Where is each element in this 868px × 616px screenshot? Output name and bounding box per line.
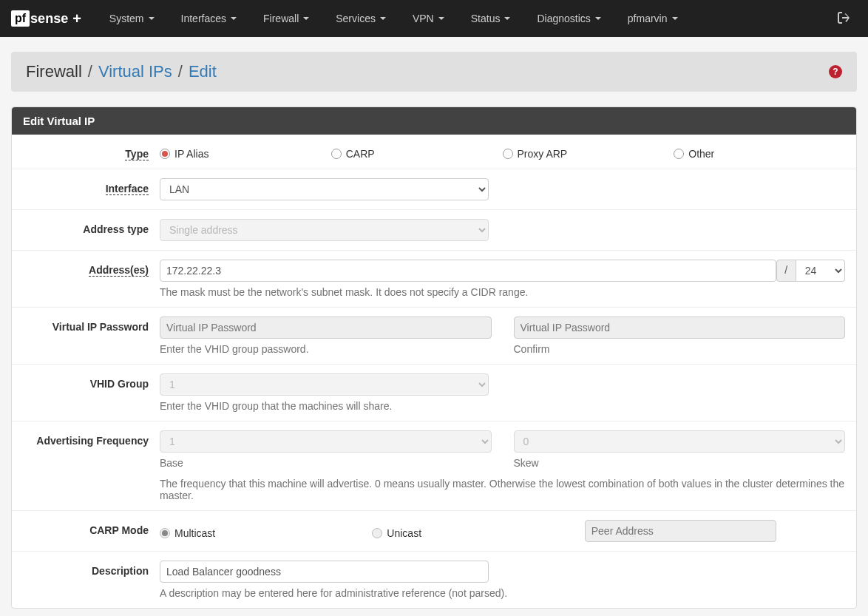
vip-password-confirm-input xyxy=(514,317,846,339)
caret-icon xyxy=(380,17,386,20)
radio-multicast: Multicast xyxy=(160,523,372,539)
radio-proxy-arp[interactable]: Proxy ARP xyxy=(503,143,674,160)
interface-select[interactable]: LAN xyxy=(160,178,489,200)
caret-icon xyxy=(149,17,155,20)
nav-services[interactable]: Services xyxy=(322,1,399,35)
radio-icon xyxy=(331,149,342,159)
logo-sense-text: sense xyxy=(30,11,68,27)
breadcrumb-edit[interactable]: Edit xyxy=(189,62,217,81)
breadcrumb-virtual-ips[interactable]: Virtual IPs xyxy=(98,62,172,81)
adv-freq-help: The frequency that this machine will adv… xyxy=(160,478,845,501)
label-vip-password: Virtual IP Password xyxy=(23,317,160,333)
address-input[interactable] xyxy=(160,260,776,282)
cidr-slash: / xyxy=(776,260,796,282)
caret-icon xyxy=(438,17,444,20)
caret-icon xyxy=(672,17,678,20)
vhid-help: Enter the VHID group that the machines w… xyxy=(160,400,845,412)
adv-freq-skew-select: 0 xyxy=(514,430,846,453)
breadcrumb-sep: / xyxy=(88,62,92,81)
description-help: A description may be entered here for ad… xyxy=(160,587,845,599)
radio-icon xyxy=(160,528,170,538)
nav-vpn[interactable]: VPN xyxy=(399,1,458,35)
breadcrumb: Firewall / Virtual IPs / Edit xyxy=(26,62,217,81)
breadcrumb-sep: / xyxy=(178,62,183,81)
caret-icon xyxy=(303,17,309,20)
label-addresses: Address(es) xyxy=(23,260,160,276)
logo[interactable]: pf sense + xyxy=(11,10,81,27)
vhid-group-select: 1 xyxy=(160,373,489,396)
help-icon[interactable]: ? xyxy=(829,65,842,78)
nav-firewall[interactable]: Firewall xyxy=(250,1,322,35)
logout-button[interactable] xyxy=(830,12,857,26)
edit-virtual-ip-panel: Edit Virtual IP Type IP Alias CARP Proxy… xyxy=(11,106,857,609)
radio-icon xyxy=(503,149,513,159)
radio-icon xyxy=(372,528,382,538)
adv-freq-base-label: Base xyxy=(160,457,492,469)
logo-plus: + xyxy=(72,10,81,27)
caret-icon xyxy=(231,17,237,20)
label-vhid-group: VHID Group xyxy=(23,373,160,390)
addresses-help: The mask must be the network's subnet ma… xyxy=(160,286,845,298)
label-interface: Interface xyxy=(23,178,160,194)
nav-menu: System Interfaces Firewall Services VPN … xyxy=(96,1,830,35)
radio-icon xyxy=(160,149,170,159)
label-carp-mode: CARP Mode xyxy=(23,520,160,536)
nav-user[interactable]: pfmarvin xyxy=(614,1,691,35)
radio-unicast: Unicast xyxy=(372,523,584,539)
address-type-select: Single address xyxy=(160,219,489,241)
panel-title: Edit Virtual IP xyxy=(12,107,856,135)
breadcrumb-root[interactable]: Firewall xyxy=(26,62,82,81)
radio-ip-alias[interactable]: IP Alias xyxy=(160,143,331,160)
adv-freq-skew-label: Skew xyxy=(514,457,846,469)
nav-diagnostics[interactable]: Diagnostics xyxy=(523,1,614,35)
description-input[interactable] xyxy=(160,561,489,583)
label-address-type: Address type xyxy=(23,219,160,235)
logo-pf-box: pf xyxy=(11,10,30,27)
radio-other[interactable]: Other xyxy=(674,143,845,160)
label-adv-freq: Advertising Frequency xyxy=(23,430,160,447)
radio-carp[interactable]: CARP xyxy=(331,143,503,160)
vip-password-help: Enter the VHID group password. xyxy=(160,343,492,355)
mask-select[interactable]: 24 xyxy=(796,260,845,282)
vip-password-confirm-help: Confirm xyxy=(514,343,846,355)
peer-address-input xyxy=(585,520,777,542)
vip-password-input xyxy=(160,317,492,339)
nav-status[interactable]: Status xyxy=(458,1,524,35)
nav-interfaces[interactable]: Interfaces xyxy=(168,1,250,35)
nav-system[interactable]: System xyxy=(96,1,168,35)
adv-freq-base-select: 1 xyxy=(160,430,492,453)
caret-icon xyxy=(595,17,601,20)
label-description: Description xyxy=(23,561,160,577)
logout-icon xyxy=(838,12,850,24)
radio-icon xyxy=(674,149,684,159)
label-type: Type xyxy=(23,143,160,160)
caret-icon xyxy=(504,17,510,20)
top-navbar: pf sense + System Interfaces Firewall Se… xyxy=(0,0,868,37)
breadcrumb-bar: Firewall / Virtual IPs / Edit ? xyxy=(11,52,857,92)
